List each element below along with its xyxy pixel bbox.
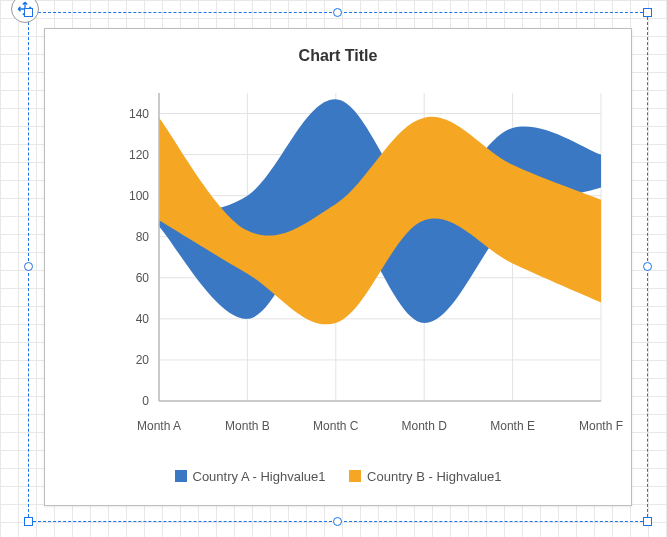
chart-title[interactable]: Chart Title (45, 29, 631, 65)
resize-handle-mid-left[interactable] (24, 262, 33, 271)
resize-handle-top-mid[interactable] (333, 8, 342, 17)
y-tick-label: 120 (129, 148, 149, 162)
y-tick-label: 80 (136, 230, 149, 244)
x-tick-label: Month E (490, 419, 535, 433)
swatch-blue (175, 470, 187, 482)
resize-handle-top-right[interactable] (643, 8, 652, 17)
x-axis-ticks: Month AMonth BMonth CMonth DMonth EMonth… (115, 419, 609, 439)
x-tick-label: Month B (225, 419, 270, 433)
resize-handle-bottom-right[interactable] (643, 517, 652, 526)
x-tick-label: Month C (313, 419, 358, 433)
chart-object[interactable]: Chart Title 020406080100120140 Month AMo… (44, 28, 632, 506)
legend-label: Country B - Highvalue1 (367, 469, 501, 484)
chart-canvas (115, 87, 609, 413)
resize-handle-bottom-left[interactable] (24, 517, 33, 526)
x-tick-label: Month A (137, 419, 181, 433)
legend-label: Country A - Highvalue1 (193, 469, 326, 484)
resize-handle-mid-right[interactable] (643, 262, 652, 271)
y-tick-label: 0 (142, 394, 149, 408)
swatch-orange (349, 470, 361, 482)
plot-area[interactable]: 020406080100120140 Month AMonth BMonth C… (115, 87, 609, 413)
y-tick-label: 40 (136, 312, 149, 326)
x-tick-label: Month D (402, 419, 447, 433)
y-tick-label: 140 (129, 107, 149, 121)
y-axis-ticks: 020406080100120140 (115, 87, 155, 413)
legend[interactable]: Country A - Highvalue1 Country B - Highv… (45, 469, 631, 486)
resize-handle-bottom-mid[interactable] (333, 517, 342, 526)
legend-item-series-a[interactable]: Country A - Highvalue1 (175, 469, 326, 484)
resize-handle-top-left[interactable] (24, 8, 33, 17)
y-tick-label: 20 (136, 353, 149, 367)
y-tick-label: 100 (129, 189, 149, 203)
y-tick-label: 60 (136, 271, 149, 285)
x-tick-label: Month F (579, 419, 623, 433)
legend-item-series-b[interactable]: Country B - Highvalue1 (349, 469, 501, 484)
